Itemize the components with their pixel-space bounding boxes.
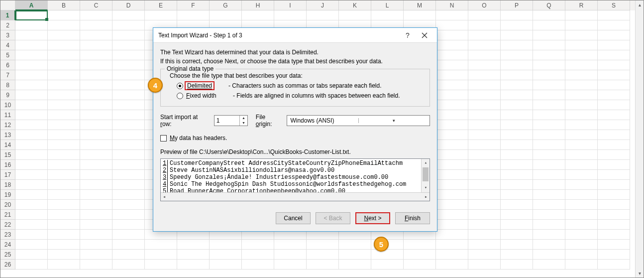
cell[interactable] <box>598 140 630 150</box>
cell[interactable] <box>533 130 565 140</box>
cell[interactable] <box>177 250 210 260</box>
cell[interactable] <box>436 100 468 110</box>
cell[interactable] <box>565 110 598 120</box>
cell[interactable] <box>436 70 468 80</box>
row-header[interactable]: 13 <box>0 130 15 140</box>
cell[interactable] <box>533 260 565 270</box>
cell[interactable] <box>501 20 533 30</box>
cell[interactable] <box>15 10 48 20</box>
cell[interactable] <box>533 250 565 260</box>
cell[interactable] <box>15 260 48 270</box>
cell[interactable] <box>15 150 48 160</box>
cell[interactable] <box>112 50 145 60</box>
cell[interactable] <box>15 100 48 110</box>
cell[interactable] <box>15 160 48 170</box>
cell[interactable] <box>565 10 598 20</box>
cell[interactable] <box>533 160 565 170</box>
column-header[interactable]: C <box>80 0 112 10</box>
cell[interactable] <box>598 250 630 260</box>
cell[interactable] <box>112 210 145 220</box>
cell[interactable] <box>468 230 501 240</box>
cell[interactable] <box>436 20 468 30</box>
cell[interactable] <box>371 10 404 20</box>
cell[interactable] <box>436 90 468 100</box>
column-header[interactable]: D <box>112 0 145 10</box>
cell[interactable] <box>48 140 80 150</box>
cell[interactable] <box>307 250 339 260</box>
cell[interactable] <box>112 140 145 150</box>
column-header[interactable]: L <box>371 0 404 10</box>
cell[interactable] <box>598 110 630 120</box>
cell[interactable] <box>80 130 112 140</box>
preview-scroll-thumb[interactable] <box>423 167 429 181</box>
cell[interactable] <box>48 90 80 100</box>
cell[interactable] <box>533 170 565 180</box>
cell[interactable] <box>15 30 48 40</box>
cell[interactable] <box>80 70 112 80</box>
row-header[interactable]: 17 <box>0 170 15 180</box>
cell[interactable] <box>48 100 80 110</box>
row-header[interactable]: 21 <box>0 210 15 220</box>
cell[interactable] <box>533 100 565 110</box>
cell[interactable] <box>436 120 468 130</box>
cell[interactable] <box>48 130 80 140</box>
column-header[interactable]: G <box>210 0 242 10</box>
column-header[interactable]: B <box>48 0 80 10</box>
cell[interactable] <box>598 230 630 240</box>
cell[interactable] <box>436 260 468 270</box>
cell[interactable] <box>339 240 371 250</box>
cell[interactable] <box>565 230 598 240</box>
cell[interactable] <box>501 40 533 50</box>
cell[interactable] <box>436 210 468 220</box>
cell[interactable] <box>48 10 80 20</box>
cell[interactable] <box>112 160 145 170</box>
cell[interactable] <box>80 50 112 60</box>
cell[interactable] <box>48 190 80 200</box>
row-header[interactable]: 16 <box>0 160 15 170</box>
preview-scroll-up-icon[interactable]: ▴ <box>422 159 430 167</box>
cell[interactable] <box>501 180 533 190</box>
row-header[interactable]: 19 <box>0 190 15 200</box>
cell[interactable] <box>242 240 274 250</box>
cell[interactable] <box>80 10 112 20</box>
cell[interactable] <box>48 80 80 90</box>
cell[interactable] <box>48 150 80 160</box>
cell[interactable] <box>501 230 533 240</box>
cell[interactable] <box>48 30 80 40</box>
cell[interactable] <box>598 150 630 160</box>
cell[interactable] <box>15 110 48 120</box>
cell[interactable] <box>468 130 501 140</box>
scroll-up-icon[interactable]: ▴ <box>636 0 644 9</box>
cell[interactable] <box>404 240 436 250</box>
cell[interactable] <box>80 110 112 120</box>
cell[interactable] <box>565 190 598 200</box>
cell[interactable] <box>48 160 80 170</box>
cell[interactable] <box>436 80 468 90</box>
cell[interactable] <box>598 200 630 210</box>
headers-checkbox-row[interactable]: My data has headers. <box>160 135 430 141</box>
cell[interactable] <box>436 170 468 180</box>
cell[interactable] <box>501 160 533 170</box>
cell[interactable] <box>404 260 436 270</box>
cell[interactable] <box>436 130 468 140</box>
cell[interactable] <box>48 240 80 250</box>
cell[interactable] <box>565 120 598 130</box>
cell[interactable] <box>565 30 598 40</box>
cell[interactable] <box>371 250 404 260</box>
cell[interactable] <box>468 210 501 220</box>
cell[interactable] <box>80 170 112 180</box>
radio-fixed-row[interactable]: Fixed width - Fields are aligned in colu… <box>166 92 425 99</box>
column-header[interactable]: P <box>501 0 533 10</box>
cell[interactable] <box>468 70 501 80</box>
cell[interactable] <box>565 160 598 170</box>
cell[interactable] <box>565 20 598 30</box>
cell[interactable] <box>598 130 630 140</box>
cell[interactable] <box>15 60 48 70</box>
cell[interactable] <box>565 70 598 80</box>
cell[interactable] <box>145 240 177 250</box>
cell[interactable] <box>15 250 48 260</box>
cell[interactable] <box>15 90 48 100</box>
cell[interactable] <box>145 10 177 20</box>
cell[interactable] <box>533 230 565 240</box>
cell[interactable] <box>371 260 404 270</box>
